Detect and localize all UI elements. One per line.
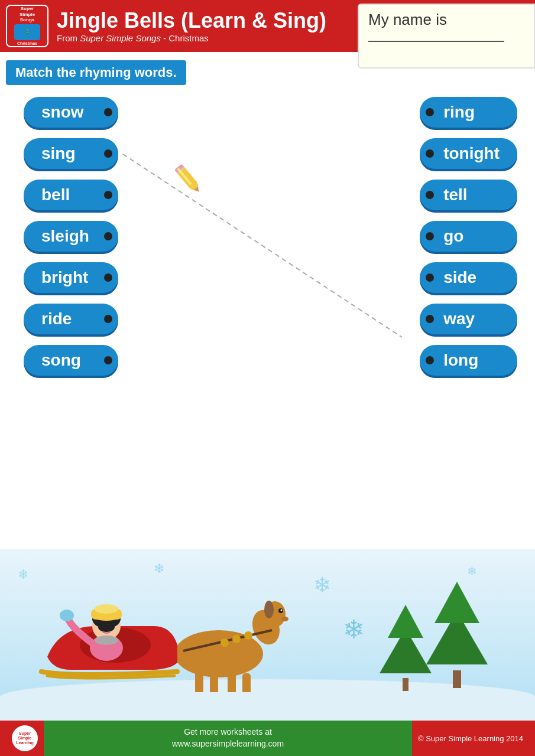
word-bell: bell [24,180,118,210]
logo-christmas: Christmas [17,41,37,46]
svg-rect-16 [228,672,236,692]
logo-text: SuperSimpleSongs [20,6,35,23]
word-sing: sing [24,138,118,169]
svg-point-30 [98,623,115,632]
subtitle-brand: Super Simple Songs [80,33,161,43]
svg-point-12 [281,610,283,611]
tree-right [426,576,488,688]
word-go: go [420,221,517,252]
dot-tonight [426,149,434,158]
name-box: My name is [358,4,535,69]
footer-logo: SuperSimpleLearning [12,725,38,751]
footer-copyright: © Super Simple Learning 2014 [418,734,523,743]
dot-ride [104,315,112,323]
dot-tell [426,191,434,199]
word-sleigh: sleigh [24,221,118,252]
name-label: My name is [368,11,524,29]
dot-sing [104,149,112,158]
logo: SuperSimpleSongs 🎄 Christmas [6,5,48,47]
left-word-column: snow sing bell sleigh bright ride song [24,97,118,376]
word-tonight: tonight [420,138,517,169]
svg-line-0 [123,154,402,337]
logo-image: 🎄 [14,24,40,40]
logo-inner: SuperSimpleSongs 🎄 Christmas [7,6,47,46]
word-long: long [420,345,517,376]
word-way: way [420,304,517,334]
svg-point-10 [264,601,274,618]
subtitle-pre: From [57,33,80,43]
svg-rect-14 [195,672,203,692]
main-content: snow sing bell sleigh bright ride song [0,85,535,534]
word-tell: tell [420,180,517,210]
footer: SuperSimpleLearning Get more worksheets … [0,721,535,756]
word-song: song [24,345,118,376]
svg-point-24 [232,635,241,643]
dot-side [426,273,434,282]
svg-point-23 [221,638,229,647]
word-snow: snow [24,97,118,128]
svg-point-34 [60,610,74,621]
snowflake-3: ❄ [343,614,365,644]
pencil-icon [164,154,215,204]
dot-go [426,232,434,240]
svg-point-33 [95,604,118,614]
dot-song [104,356,112,364]
svg-point-13 [281,617,288,621]
word-ring: ring [420,97,517,128]
svg-rect-15 [210,673,218,692]
subtitle-post: - Christmas [161,33,209,43]
dot-bright [104,273,112,282]
right-word-column: ring tonight tell go side way long [420,97,517,376]
svg-rect-17 [242,673,251,692]
name-line [368,41,504,42]
word-side: side [420,262,517,293]
svg-point-35 [95,636,118,645]
dot-way [426,315,434,323]
dot-ring [426,108,434,116]
sleigh-illustration [12,562,319,692]
footer-green-band: Get more worksheets at www.supersimplele… [44,721,412,756]
footer-website: Get more worksheets at www.supersimplele… [172,726,284,750]
word-bright: bright [24,262,118,293]
dot-long [426,356,434,364]
footer-logo-image: SuperSimpleLearning [12,725,38,751]
bottom-scene: ❄ ❄ ❄ ❄ ❄ [0,549,535,721]
dot-sleigh [104,232,112,240]
tree-left [380,600,432,691]
word-ride: ride [24,304,118,334]
svg-point-25 [244,631,252,640]
dot-bell [104,191,112,199]
dot-snow [104,108,112,116]
instruction-bar: Match the rhyming words. [6,60,186,85]
